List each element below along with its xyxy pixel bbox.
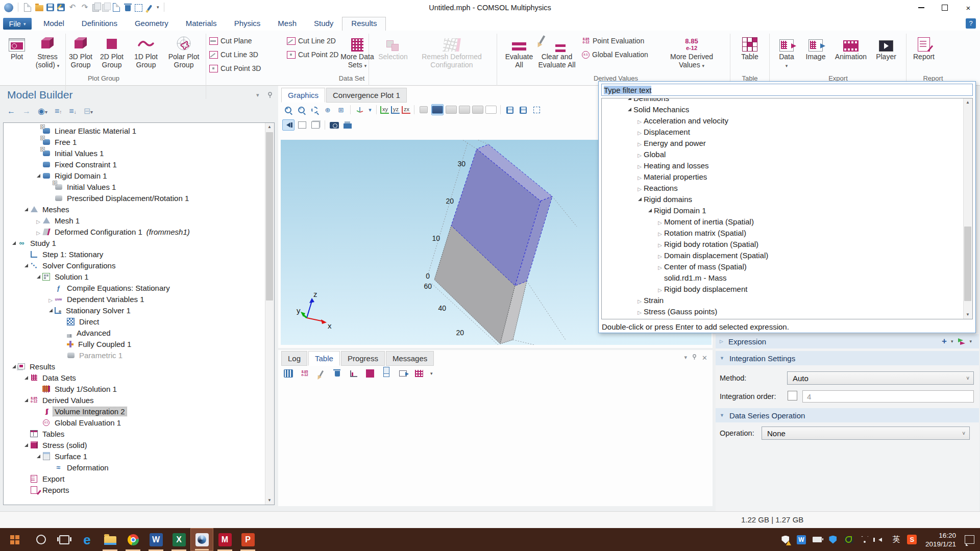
tree-item[interactable]: Free 1: [4, 136, 265, 147]
file-button[interactable]: File▾: [3, 18, 32, 30]
collapse-arrow-icon[interactable]: [656, 262, 664, 271]
tab-mesh[interactable]: Mesh: [269, 17, 305, 31]
2d-plot-group-button[interactable]: 2D Plot Group: [97, 32, 127, 74]
ime-indicator[interactable]: 英: [891, 533, 902, 546]
close-button[interactable]: ×: [957, 0, 980, 15]
tree-item[interactable]: Initial Values 1: [4, 147, 265, 159]
tree-item[interactable]: 8.5Global Evaluation 1: [4, 417, 265, 428]
list-item[interactable]: Center of mass (Spatial): [602, 261, 964, 272]
collapse-arrow-icon[interactable]: [635, 184, 644, 192]
expand-arrow-icon[interactable]: [22, 441, 30, 449]
collapse-icon[interactable]: ▷: [720, 339, 723, 344]
expand-arrow-icon[interactable]: [22, 261, 30, 270]
collapse-arrow-icon[interactable]: [656, 285, 664, 293]
tree-item[interactable]: 8.85e-12Derived Values: [4, 394, 265, 406]
tree-item[interactable]: Fully Coupled 1: [4, 338, 265, 349]
expand-arrow-icon[interactable]: [46, 306, 55, 315]
cut-plane-button[interactable]: Cut Plane: [209, 35, 252, 47]
fill-color-icon[interactable]: [365, 368, 375, 379]
more-data-sets-button[interactable]: More Data Sets ▾: [336, 32, 379, 74]
tree-item[interactable]: Export: [4, 473, 265, 484]
scene-cubes-icon[interactable]: [418, 105, 429, 115]
tree-item[interactable]: Study 1/Solution 1: [4, 383, 265, 394]
nvidia-tray-icon[interactable]: [843, 533, 854, 546]
evaluate-all-button[interactable]: Evaluate All: [503, 32, 535, 74]
zx-view-button[interactable]: zx: [402, 106, 410, 114]
tab-convergence-plot[interactable]: Convergence Plot 1: [326, 88, 407, 103]
integration-order-checkbox[interactable]: [788, 391, 797, 400]
expand-arrow-icon[interactable]: [635, 195, 644, 204]
tree-item[interactable]: Surface 1: [4, 450, 265, 462]
task-view-button[interactable]: [53, 528, 76, 551]
tab-results[interactable]: Results: [342, 17, 386, 31]
tree-item-selected[interactable]: Volume Integration 2: [4, 406, 265, 417]
add-expression-icon[interactable]: +: [942, 336, 947, 346]
tab-graphics[interactable]: Graphics: [281, 88, 325, 103]
filter-input[interactable]: Type filter text: [601, 84, 973, 96]
expand-arrow-icon[interactable]: [34, 171, 42, 180]
collapse-arrow-icon[interactable]: [46, 295, 55, 304]
collapse-arrow-icon[interactable]: [635, 161, 644, 170]
expand-arrow-icon[interactable]: [22, 205, 30, 214]
chrome-taskbar-icon[interactable]: [121, 528, 144, 551]
collapse-arrow-icon[interactable]: [656, 240, 664, 248]
global-evaluation-button[interactable]: 8.5 Global Evaluation: [582, 48, 648, 61]
collapse-arrow-icon[interactable]: [656, 229, 664, 237]
clear-and-evaluate-all-button[interactable]: Clear and Evaluate All: [536, 32, 578, 74]
defender-tray-icon[interactable]: [780, 533, 791, 546]
table-format-icon[interactable]: [414, 368, 424, 379]
expand-arrow-icon[interactable]: [10, 239, 18, 247]
integration-order-input[interactable]: 4: [802, 390, 974, 403]
close-panel-icon[interactable]: ✕: [702, 354, 707, 362]
clear-table-icon[interactable]: [316, 368, 326, 379]
tree-item[interactable]: Stress (solid): [4, 439, 265, 450]
delete-table-icon[interactable]: [332, 368, 342, 379]
view-orientation-icon[interactable]: [354, 105, 365, 115]
tree-item[interactable]: Mesh 1: [4, 215, 265, 226]
start-button[interactable]: [0, 528, 30, 551]
collapse-arrow-icon[interactable]: [656, 251, 664, 260]
animation-button[interactable]: Animation: [832, 32, 870, 74]
plot-button[interactable]: Plot: [4, 32, 30, 74]
zoom-box-icon[interactable]: [309, 105, 320, 115]
tree-item[interactable]: Advanced: [4, 327, 265, 338]
minimize-button[interactable]: [910, 0, 933, 15]
maximize-button[interactable]: [933, 0, 957, 15]
plot-table-icon[interactable]: [349, 368, 359, 379]
expand-arrow-icon[interactable]: [22, 373, 30, 382]
export-table-icon[interactable]: [398, 368, 408, 379]
collapse-arrow-icon[interactable]: [635, 296, 644, 305]
list-item[interactable]: Stress (Gauss points): [602, 306, 964, 317]
expand-arrow-icon[interactable]: [625, 105, 633, 114]
list-item[interactable]: Definitions: [602, 98, 964, 104]
expand-arrow-icon[interactable]: [22, 396, 30, 405]
zoom-out-icon[interactable]: −: [296, 105, 307, 115]
tab-progress[interactable]: Progress: [341, 351, 385, 366]
tree-item[interactable]: Data Sets: [4, 372, 265, 383]
transparency-icon[interactable]: [282, 119, 295, 131]
cut-point-2d-button[interactable]: Cut Point 2D: [287, 48, 338, 61]
scene-option2-icon[interactable]: [472, 105, 483, 115]
tree-item[interactable]: Dependent Variables 1: [4, 293, 265, 305]
taskbar-clock[interactable]: 16:20 2019/1/21: [922, 531, 959, 548]
pin-icon[interactable]: [692, 354, 697, 362]
tree-item[interactable]: Stationary Solver 1: [4, 305, 265, 316]
volume-tray-icon[interactable]: [875, 533, 886, 546]
cut-line-3d-button[interactable]: Cut Line 3D: [209, 48, 258, 61]
zoom-in-icon[interactable]: +: [282, 105, 293, 115]
1d-plot-group-button[interactable]: 1D Plot Group: [131, 32, 161, 74]
tree-item[interactable]: Deformation: [4, 462, 265, 473]
tree-item[interactable]: Solver Configurations: [4, 260, 265, 271]
expression-section-header[interactable]: ▷ Expression + ▾ ▾: [716, 334, 979, 348]
tab-materials[interactable]: Materials: [177, 17, 226, 31]
polar-plot-group-button[interactable]: Polar Plot Group: [164, 32, 203, 74]
edge-taskbar-icon[interactable]: e: [76, 528, 99, 551]
save-view2-icon[interactable]: [518, 105, 529, 115]
tree-item[interactable]: Prescribed Displacement/Rotation 1: [4, 192, 265, 204]
select-view-icon[interactable]: [531, 105, 542, 115]
3d-plot-group-button[interactable]: 3D Plot Group: [66, 32, 95, 74]
list-item[interactable]: Acceleration and velocity: [602, 115, 964, 126]
yz-view-button[interactable]: yz: [391, 106, 400, 114]
snapshot-icon[interactable]: [329, 120, 340, 130]
collapse-arrow-icon[interactable]: [635, 172, 644, 181]
